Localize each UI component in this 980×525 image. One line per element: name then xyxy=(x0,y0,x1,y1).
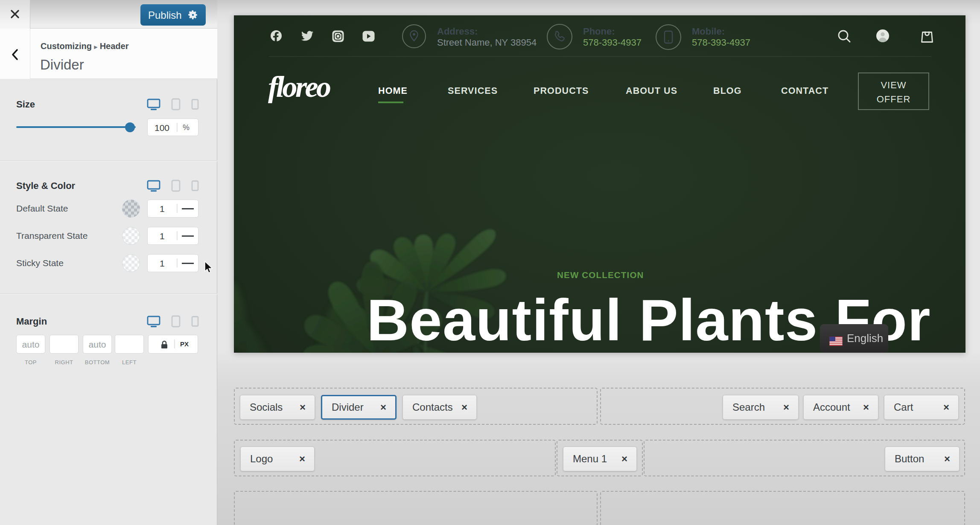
svg-text:floreo: floreo xyxy=(268,70,331,103)
